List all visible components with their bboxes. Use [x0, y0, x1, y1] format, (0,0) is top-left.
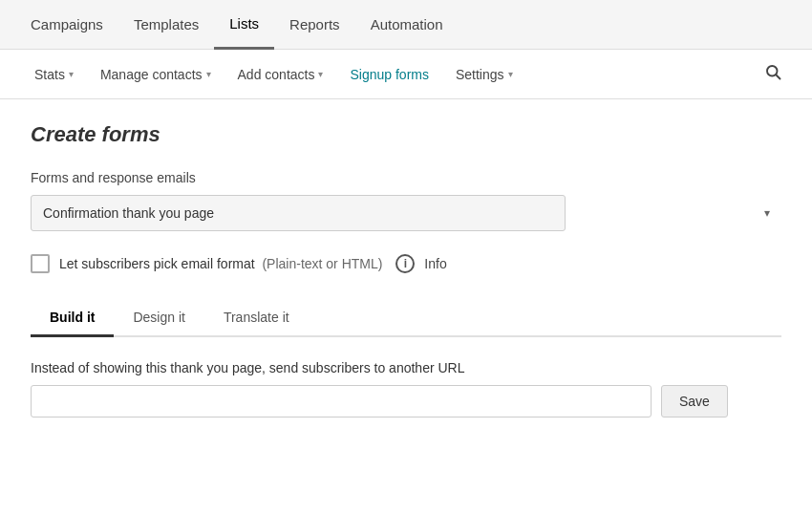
search-icon — [764, 63, 781, 80]
nav-item-reports[interactable]: Reports — [274, 0, 355, 50]
add-contacts-label: Add contacts — [238, 67, 315, 82]
info-icon[interactable]: i — [395, 254, 415, 273]
forms-dropdown-wrapper: Confirmation thank you page Signup form … — [31, 195, 781, 231]
search-button[interactable] — [757, 55, 789, 93]
tab-design-it[interactable]: Design it — [114, 300, 203, 337]
svg-line-1 — [777, 75, 780, 79]
tab-build-it[interactable]: Build it — [31, 300, 114, 337]
stats-label: Stats — [34, 67, 65, 82]
email-format-checkbox[interactable] — [31, 254, 50, 273]
manage-contacts-chevron-icon: ▾ — [206, 69, 211, 79]
nav-item-campaigns[interactable]: Campaigns — [15, 0, 118, 50]
top-nav: Campaigns Templates Lists Reports Automa… — [0, 0, 812, 50]
url-input-row: Save — [31, 385, 781, 418]
url-section: Instead of showing this thank you page, … — [31, 360, 781, 418]
sub-nav-settings[interactable]: Settings ▾ — [444, 50, 524, 99]
dropdown-arrow-icon: ▾ — [764, 206, 770, 220]
nav-item-lists[interactable]: Lists — [214, 0, 274, 50]
sub-nav: Stats ▾ Manage contacts ▾ Add contacts ▾… — [0, 50, 812, 99]
sub-nav-add-contacts[interactable]: Add contacts ▾ — [226, 50, 335, 99]
info-text[interactable]: Info — [424, 256, 446, 271]
checkbox-main-label: Let subscribers pick email format — [59, 256, 255, 271]
page-title: Create forms — [31, 122, 781, 147]
manage-contacts-label: Manage contacts — [100, 67, 203, 82]
nav-item-templates[interactable]: Templates — [118, 0, 214, 50]
url-section-label: Instead of showing this thank you page, … — [31, 360, 781, 375]
sub-nav-stats[interactable]: Stats ▾ — [23, 50, 85, 99]
svg-point-0 — [767, 66, 778, 76]
forms-dropdown[interactable]: Confirmation thank you page Signup form … — [31, 195, 566, 231]
sub-nav-manage-contacts[interactable]: Manage contacts ▾ — [89, 50, 223, 99]
email-format-label: Let subscribers pick email format (Plain… — [59, 256, 386, 271]
signup-forms-label: Signup forms — [350, 67, 428, 82]
tab-translate-it[interactable]: Translate it — [204, 300, 309, 337]
add-contacts-chevron-icon: ▾ — [318, 69, 323, 79]
url-input[interactable] — [31, 385, 652, 418]
nav-item-automation[interactable]: Automation — [355, 0, 459, 50]
checkbox-row: Let subscribers pick email format (Plain… — [31, 254, 781, 273]
stats-chevron-icon: ▾ — [69, 69, 74, 79]
sub-nav-signup-forms[interactable]: Signup forms — [338, 50, 439, 99]
main-content: Create forms Forms and response emails C… — [0, 99, 812, 440]
tabs: Build it Design it Translate it — [31, 300, 781, 337]
settings-chevron-icon: ▾ — [508, 69, 513, 79]
save-button[interactable]: Save — [661, 385, 728, 418]
section-label: Forms and response emails — [31, 170, 781, 185]
settings-label: Settings — [456, 67, 504, 82]
